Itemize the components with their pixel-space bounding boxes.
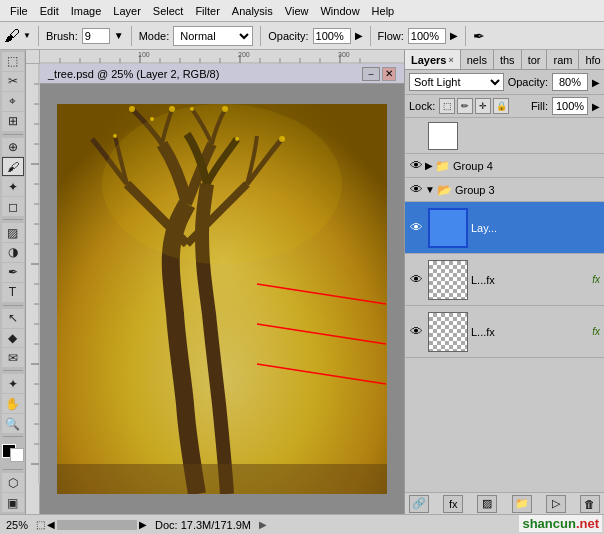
- menu-edit[interactable]: Edit: [34, 3, 65, 19]
- menu-window[interactable]: Window: [314, 3, 365, 19]
- mode-label: Mode:: [139, 30, 170, 42]
- fg-bg-colors[interactable]: [2, 444, 24, 463]
- blend-mode-select[interactable]: Soft Light Normal Multiply Screen Overla…: [409, 73, 504, 91]
- opacity-input[interactable]: [313, 28, 351, 44]
- lock-all-btn[interactable]: 🔒: [493, 98, 509, 114]
- opacity-arrow[interactable]: ▶: [355, 30, 363, 41]
- crop-tool[interactable]: ⊞: [2, 112, 24, 131]
- menu-help[interactable]: Help: [366, 3, 401, 19]
- tab-nels[interactable]: nels: [461, 50, 494, 69]
- lock-image-btn[interactable]: ✏: [457, 98, 473, 114]
- tab-layers[interactable]: Layers ×: [405, 50, 461, 69]
- group3-expand-icon[interactable]: ▼: [425, 184, 435, 195]
- layer-mask-btn[interactable]: ▨: [477, 495, 497, 513]
- zoom-tool[interactable]: 🔍: [2, 414, 24, 433]
- nav-next-btn[interactable]: ▶: [139, 519, 147, 530]
- new-group-btn[interactable]: 📁: [512, 495, 532, 513]
- quick-mask-tool[interactable]: ⬡: [2, 473, 24, 492]
- tab-ram[interactable]: ram: [547, 50, 579, 69]
- layer-style-btn[interactable]: fx: [443, 495, 463, 513]
- lock-position-btn[interactable]: ✛: [475, 98, 491, 114]
- new-layer-btn[interactable]: ▷: [546, 495, 566, 513]
- tab-hfo[interactable]: hfo: [579, 50, 604, 69]
- menu-layer[interactable]: Layer: [107, 3, 147, 19]
- link-layers-btn[interactable]: 🔗: [409, 495, 429, 513]
- brush-tool-icon[interactable]: 🖌: [4, 27, 20, 45]
- eye-icon-group4[interactable]: 👁: [407, 157, 425, 175]
- menu-filter[interactable]: Filter: [189, 3, 225, 19]
- layer-item-group3[interactable]: 👁 ▼ 📂 Group 3: [405, 178, 604, 202]
- scroll-bar[interactable]: [57, 520, 137, 530]
- checker-fill-1: [429, 261, 467, 299]
- document-title: _tree.psd @ 25% (Layer 2, RGB/8): [48, 68, 219, 80]
- text-tool[interactable]: T: [2, 283, 24, 302]
- notes-tool[interactable]: ✉: [2, 348, 24, 367]
- layers-tab-close[interactable]: ×: [448, 55, 453, 65]
- opacity-input[interactable]: [552, 73, 588, 91]
- nav-prev-btn[interactable]: ◀: [47, 519, 55, 530]
- magic-wand-tool[interactable]: ⌖: [2, 92, 24, 111]
- dodge-tool[interactable]: ◑: [2, 243, 24, 262]
- flow-label: Flow:: [378, 30, 404, 42]
- eye-icon-group3[interactable]: 👁: [407, 181, 425, 199]
- eraser-tool[interactable]: ◻: [2, 197, 24, 216]
- status-bar: 25% ⬚ ◀ ▶ Doc: 17.3M/171.9M ▶: [0, 514, 604, 534]
- opacity-arrow[interactable]: ▶: [592, 77, 600, 88]
- eyedropper-tool[interactable]: ✦: [2, 374, 24, 393]
- clone-tool[interactable]: ✦: [2, 177, 24, 196]
- menu-select[interactable]: Select: [147, 3, 190, 19]
- lasso-tool[interactable]: ✂: [2, 72, 24, 91]
- layer-name-fx1: L...fx: [471, 274, 592, 286]
- zoom-input[interactable]: ⬚: [36, 519, 45, 530]
- tools-sep-5: [3, 436, 23, 437]
- tool-dropdown-arrow[interactable]: ▼: [23, 31, 31, 40]
- ruler-vertical: [26, 64, 40, 514]
- svg-text:100: 100: [138, 51, 150, 58]
- path-select-tool[interactable]: ↖: [2, 309, 24, 328]
- heal-tool[interactable]: ⊕: [2, 138, 24, 157]
- group3-name: Group 3: [455, 184, 602, 196]
- folder-icon-group4: 📁: [435, 159, 450, 173]
- tab-ths[interactable]: ths: [494, 50, 522, 69]
- airbrush-icon[interactable]: ✒: [473, 28, 485, 44]
- brush-size-arrow[interactable]: ▼: [114, 30, 124, 41]
- mode-select[interactable]: Normal: [173, 26, 253, 46]
- brush-tool[interactable]: 🖌: [2, 157, 24, 176]
- lock-transparent-btn[interactable]: ⬚: [439, 98, 455, 114]
- layer-fx-icon-1: fx: [592, 274, 600, 285]
- delete-layer-btn[interactable]: 🗑: [580, 495, 600, 513]
- fill-label: Fill:: [531, 100, 548, 112]
- marquee-tool[interactable]: ⬚: [2, 52, 24, 71]
- tab-tor[interactable]: tor: [522, 50, 548, 69]
- flow-arrow[interactable]: ▶: [450, 30, 458, 41]
- close-document-btn[interactable]: ✕: [382, 67, 396, 81]
- shape-tool[interactable]: ◆: [2, 329, 24, 348]
- menu-analysis[interactable]: Analysis: [226, 3, 279, 19]
- fill-arrow[interactable]: ▶: [592, 101, 600, 112]
- layer-item-white[interactable]: 👁: [405, 118, 604, 154]
- layer-item-selected[interactable]: 👁 Lay...: [405, 202, 604, 254]
- fill-input[interactable]: [552, 97, 588, 115]
- layer-item-fx2[interactable]: 👁 L...fx fx: [405, 306, 604, 358]
- layer-item-fx1[interactable]: 👁 L...fx fx: [405, 254, 604, 306]
- group4-expand-icon[interactable]: ▶: [425, 160, 433, 171]
- menu-view[interactable]: View: [279, 3, 315, 19]
- flow-input[interactable]: [408, 28, 446, 44]
- brush-size-input[interactable]: [82, 28, 110, 44]
- lock-icons: ⬚ ✏ ✛ 🔒: [439, 98, 509, 114]
- pen-tool[interactable]: ✒: [2, 263, 24, 282]
- gradient-tool[interactable]: ▨: [2, 223, 24, 242]
- menu-file[interactable]: File: [4, 3, 34, 19]
- layer-item-group4[interactable]: 👁 ▶ 📁 Group 4: [405, 154, 604, 178]
- minimize-btn[interactable]: –: [362, 67, 380, 81]
- tools-sep-6: [3, 469, 23, 470]
- hand-tool[interactable]: ✋: [2, 394, 24, 413]
- screen-mode-tool[interactable]: ▣: [2, 493, 24, 512]
- eye-icon-fx2[interactable]: 👁: [407, 323, 425, 341]
- background-color[interactable]: [10, 448, 24, 462]
- eye-icon-fx1[interactable]: 👁: [407, 271, 425, 289]
- menu-image[interactable]: Image: [65, 3, 108, 19]
- layer-thumb-selected: [428, 208, 468, 248]
- eye-icon-selected[interactable]: 👁: [407, 219, 425, 237]
- status-arrow[interactable]: ▶: [259, 519, 267, 530]
